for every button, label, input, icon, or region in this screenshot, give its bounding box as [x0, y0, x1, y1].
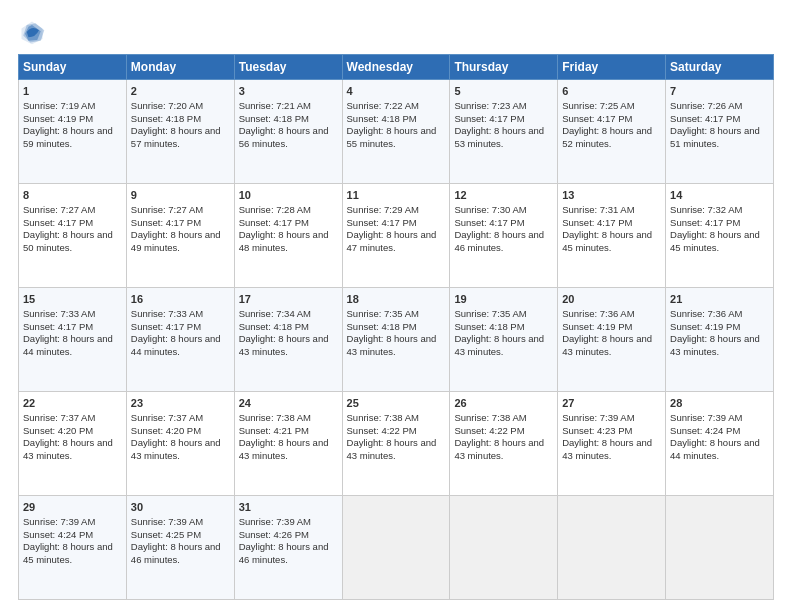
calendar-cell: 6Sunrise: 7:25 AMSunset: 4:17 PMDaylight…	[558, 80, 666, 184]
calendar-cell: 5Sunrise: 7:23 AMSunset: 4:17 PMDaylight…	[450, 80, 558, 184]
calendar-week-row: 1Sunrise: 7:19 AMSunset: 4:19 PMDaylight…	[19, 80, 774, 184]
calendar-cell	[450, 496, 558, 600]
calendar-cell: 16Sunrise: 7:33 AMSunset: 4:17 PMDayligh…	[126, 288, 234, 392]
day-number: 1	[23, 84, 122, 99]
calendar-week-row: 22Sunrise: 7:37 AMSunset: 4:20 PMDayligh…	[19, 392, 774, 496]
day-of-week-header: Monday	[126, 55, 234, 80]
calendar-cell: 8Sunrise: 7:27 AMSunset: 4:17 PMDaylight…	[19, 184, 127, 288]
day-number: 12	[454, 188, 553, 203]
calendar-cell: 3Sunrise: 7:21 AMSunset: 4:18 PMDaylight…	[234, 80, 342, 184]
calendar: SundayMondayTuesdayWednesdayThursdayFrid…	[18, 54, 774, 600]
day-number: 21	[670, 292, 769, 307]
day-number: 17	[239, 292, 338, 307]
day-number: 23	[131, 396, 230, 411]
calendar-cell: 11Sunrise: 7:29 AMSunset: 4:17 PMDayligh…	[342, 184, 450, 288]
calendar-cell: 23Sunrise: 7:37 AMSunset: 4:20 PMDayligh…	[126, 392, 234, 496]
calendar-cell	[342, 496, 450, 600]
calendar-cell	[666, 496, 774, 600]
day-number: 24	[239, 396, 338, 411]
page: SundayMondayTuesdayWednesdayThursdayFrid…	[0, 0, 792, 612]
day-number: 19	[454, 292, 553, 307]
calendar-cell: 29Sunrise: 7:39 AMSunset: 4:24 PMDayligh…	[19, 496, 127, 600]
day-number: 31	[239, 500, 338, 515]
calendar-cell: 27Sunrise: 7:39 AMSunset: 4:23 PMDayligh…	[558, 392, 666, 496]
calendar-cell: 17Sunrise: 7:34 AMSunset: 4:18 PMDayligh…	[234, 288, 342, 392]
calendar-cell: 24Sunrise: 7:38 AMSunset: 4:21 PMDayligh…	[234, 392, 342, 496]
calendar-week-row: 15Sunrise: 7:33 AMSunset: 4:17 PMDayligh…	[19, 288, 774, 392]
calendar-cell: 18Sunrise: 7:35 AMSunset: 4:18 PMDayligh…	[342, 288, 450, 392]
day-number: 18	[347, 292, 446, 307]
calendar-header-row: SundayMondayTuesdayWednesdayThursdayFrid…	[19, 55, 774, 80]
calendar-cell: 10Sunrise: 7:28 AMSunset: 4:17 PMDayligh…	[234, 184, 342, 288]
calendar-cell: 15Sunrise: 7:33 AMSunset: 4:17 PMDayligh…	[19, 288, 127, 392]
day-number: 22	[23, 396, 122, 411]
calendar-cell: 31Sunrise: 7:39 AMSunset: 4:26 PMDayligh…	[234, 496, 342, 600]
day-number: 4	[347, 84, 446, 99]
calendar-cell: 12Sunrise: 7:30 AMSunset: 4:17 PMDayligh…	[450, 184, 558, 288]
day-number: 15	[23, 292, 122, 307]
calendar-cell: 21Sunrise: 7:36 AMSunset: 4:19 PMDayligh…	[666, 288, 774, 392]
calendar-cell	[558, 496, 666, 600]
calendar-week-row: 8Sunrise: 7:27 AMSunset: 4:17 PMDaylight…	[19, 184, 774, 288]
day-number: 11	[347, 188, 446, 203]
day-number: 13	[562, 188, 661, 203]
day-number: 10	[239, 188, 338, 203]
day-of-week-header: Wednesday	[342, 55, 450, 80]
day-number: 20	[562, 292, 661, 307]
calendar-cell: 7Sunrise: 7:26 AMSunset: 4:17 PMDaylight…	[666, 80, 774, 184]
day-number: 7	[670, 84, 769, 99]
day-of-week-header: Sunday	[19, 55, 127, 80]
calendar-cell: 26Sunrise: 7:38 AMSunset: 4:22 PMDayligh…	[450, 392, 558, 496]
calendar-cell: 9Sunrise: 7:27 AMSunset: 4:17 PMDaylight…	[126, 184, 234, 288]
calendar-cell: 20Sunrise: 7:36 AMSunset: 4:19 PMDayligh…	[558, 288, 666, 392]
calendar-cell: 2Sunrise: 7:20 AMSunset: 4:18 PMDaylight…	[126, 80, 234, 184]
calendar-cell: 28Sunrise: 7:39 AMSunset: 4:24 PMDayligh…	[666, 392, 774, 496]
calendar-cell: 4Sunrise: 7:22 AMSunset: 4:18 PMDaylight…	[342, 80, 450, 184]
day-of-week-header: Saturday	[666, 55, 774, 80]
day-number: 2	[131, 84, 230, 99]
header	[18, 18, 774, 46]
calendar-cell: 19Sunrise: 7:35 AMSunset: 4:18 PMDayligh…	[450, 288, 558, 392]
day-number: 8	[23, 188, 122, 203]
day-number: 16	[131, 292, 230, 307]
day-number: 29	[23, 500, 122, 515]
day-number: 25	[347, 396, 446, 411]
calendar-week-row: 29Sunrise: 7:39 AMSunset: 4:24 PMDayligh…	[19, 496, 774, 600]
day-of-week-header: Friday	[558, 55, 666, 80]
day-number: 5	[454, 84, 553, 99]
day-number: 28	[670, 396, 769, 411]
calendar-cell: 13Sunrise: 7:31 AMSunset: 4:17 PMDayligh…	[558, 184, 666, 288]
calendar-cell: 14Sunrise: 7:32 AMSunset: 4:17 PMDayligh…	[666, 184, 774, 288]
day-of-week-header: Thursday	[450, 55, 558, 80]
day-number: 6	[562, 84, 661, 99]
day-number: 27	[562, 396, 661, 411]
day-number: 30	[131, 500, 230, 515]
logo-icon	[18, 18, 46, 46]
day-number: 3	[239, 84, 338, 99]
calendar-cell: 22Sunrise: 7:37 AMSunset: 4:20 PMDayligh…	[19, 392, 127, 496]
calendar-cell: 25Sunrise: 7:38 AMSunset: 4:22 PMDayligh…	[342, 392, 450, 496]
logo	[18, 18, 50, 46]
calendar-cell: 1Sunrise: 7:19 AMSunset: 4:19 PMDaylight…	[19, 80, 127, 184]
day-of-week-header: Tuesday	[234, 55, 342, 80]
day-number: 14	[670, 188, 769, 203]
day-number: 26	[454, 396, 553, 411]
calendar-cell: 30Sunrise: 7:39 AMSunset: 4:25 PMDayligh…	[126, 496, 234, 600]
day-number: 9	[131, 188, 230, 203]
